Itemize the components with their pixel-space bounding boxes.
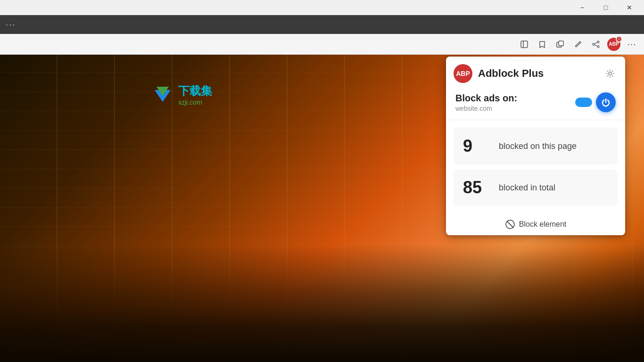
logo-icon	[151, 83, 174, 107]
stat-page-number: 9	[463, 136, 491, 156]
logo-text: 下载集 xzji.com	[178, 83, 212, 106]
bookmark-icon[interactable]	[536, 38, 549, 51]
block-element-label: Block element	[519, 220, 567, 229]
abp-popup-title: Adblock Plus	[478, 67, 597, 80]
maximize-button[interactable]: □	[595, 0, 617, 15]
block-ads-section: Block ads on: website.com	[446, 89, 625, 120]
collections-icon[interactable]	[553, 38, 567, 51]
stat-total-label: blocked in total	[499, 183, 555, 193]
power-button[interactable]	[596, 92, 616, 112]
minimize-button[interactable]: −	[571, 0, 593, 15]
svg-point-4	[597, 41, 599, 43]
abp-logo: ABP	[454, 64, 472, 83]
browser-toolbar: ABP 1 ···	[0, 34, 644, 55]
block-ads-domain: website.com	[455, 105, 575, 112]
abp-settings-button[interactable]	[603, 66, 618, 81]
abp-badge: 1	[616, 36, 622, 42]
svg-point-5	[593, 43, 594, 45]
abp-toolbar-icon[interactable]: ABP 1	[607, 38, 620, 51]
svg-rect-3	[559, 41, 563, 46]
share-icon[interactable]	[589, 38, 603, 51]
title-bar: − □ ✕	[0, 0, 644, 15]
stat-card-page: 9 blocked on this page	[454, 128, 618, 165]
svg-point-6	[597, 46, 599, 48]
more-menu-icon[interactable]: ···	[625, 38, 638, 51]
logo-chinese: 下载集	[178, 83, 212, 99]
abp-logo-text: ABP	[609, 41, 619, 47]
svg-line-13	[507, 222, 513, 228]
block-toggle[interactable]	[575, 98, 592, 107]
stat-card-total: 85 blocked in total	[454, 169, 618, 206]
abp-stats: 9 blocked on this page 85 blocked in tot…	[446, 120, 625, 214]
stat-page-label: blocked on this page	[499, 141, 577, 151]
block-element-icon	[505, 219, 515, 230]
tab-menu-dots[interactable]: ···	[6, 20, 16, 30]
block-element-row[interactable]: Block element	[446, 214, 625, 235]
page-logo: 下载集 xzji.com	[151, 83, 212, 107]
abp-logo-label: ABP	[456, 70, 470, 77]
abp-popup-header: ABP Adblock Plus	[446, 57, 625, 89]
svg-line-7	[594, 42, 597, 44]
svg-point-11	[609, 72, 611, 75]
abp-popup: ABP Adblock Plus Block ads on: website.c…	[446, 57, 625, 235]
block-toggle-area	[575, 92, 616, 112]
stat-total-number: 85	[463, 178, 491, 197]
silhouettes-overlay	[0, 244, 644, 362]
svg-line-8	[594, 45, 597, 46]
main-content: 下载集 xzji.com ABP Adblock Plus Block ads …	[0, 55, 644, 362]
logo-english: xzji.com	[178, 99, 212, 106]
block-ads-label: Block ads on:	[455, 93, 575, 104]
svg-rect-0	[521, 41, 528, 48]
close-button[interactable]: ✕	[619, 0, 640, 15]
tab-bar: ···	[0, 15, 644, 34]
pen-icon[interactable]	[571, 38, 585, 51]
block-ads-text: Block ads on: website.com	[455, 93, 575, 112]
sidebar-icon[interactable]	[518, 38, 531, 51]
